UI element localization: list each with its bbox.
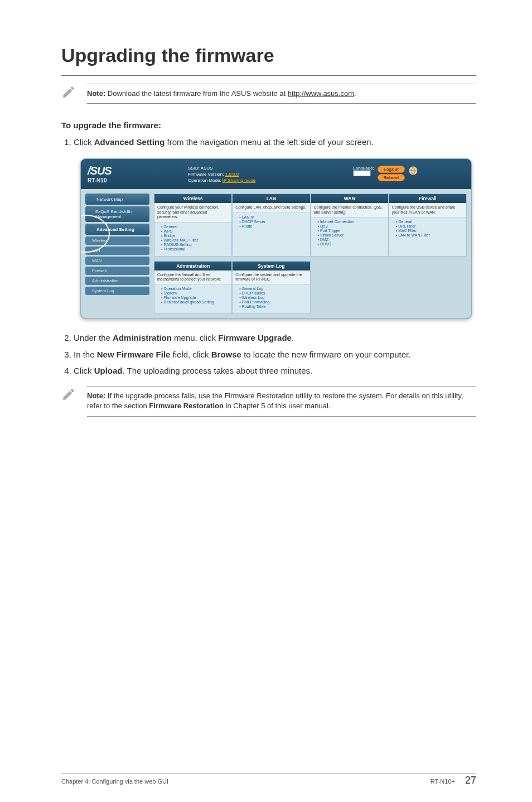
subheading: To upgrade the firmware: xyxy=(61,120,476,130)
link-dhcp-server[interactable]: DHCP Server xyxy=(239,220,307,224)
link-operation-mode[interactable]: Operation Mode xyxy=(161,287,229,291)
link-route[interactable]: Route xyxy=(239,224,307,228)
link-virtual-server[interactable]: Virtual Server xyxy=(318,233,385,237)
reboot-button[interactable]: Reboot xyxy=(378,174,405,181)
steps-list-2: Under the Administration menu, click Fir… xyxy=(61,331,476,377)
link-general[interactable]: General xyxy=(161,225,229,229)
link-fw-mac-filter[interactable]: MAC Filter xyxy=(396,229,463,233)
step-4: Click Upload. The uploading process take… xyxy=(74,364,476,377)
link-bridge[interactable]: Bridge xyxy=(161,234,229,238)
link-restore-save-upload[interactable]: Restore/Save/Upload Setting xyxy=(161,300,229,304)
network-icon xyxy=(89,196,94,202)
pencil-icon xyxy=(61,85,76,99)
sidebar-item-advanced-setting[interactable]: Advanced Setting xyxy=(85,224,149,235)
pencil-icon xyxy=(61,387,76,402)
link-dmz[interactable]: DMZ xyxy=(318,238,385,241)
link-internet-connection[interactable]: Internet Connection xyxy=(318,220,385,224)
step-3: In the New Firmware File field, click Br… xyxy=(74,348,476,361)
link-qos[interactable]: QoS xyxy=(318,224,385,228)
link-firmware-upgrade[interactable]: Firmware Upgrade xyxy=(161,296,229,299)
model-label: RT-N10 xyxy=(88,177,188,183)
card-system-log: System Log Configure the system and upgr… xyxy=(232,261,310,315)
link-fw-general[interactable]: General xyxy=(396,220,463,224)
sidebar-sub-firewall[interactable]: Firewall xyxy=(85,267,149,275)
divider xyxy=(61,75,476,76)
link-mac-filter[interactable]: Wireless MAC Filter xyxy=(161,238,229,242)
sidebar-item-ezqos[interactable]: EzQoS Bandwidth Management xyxy=(85,206,149,222)
qos-icon xyxy=(89,211,93,217)
note-after: . xyxy=(354,89,356,98)
step-1: Click Advanced Setting from the navigati… xyxy=(74,136,476,148)
globe-icon xyxy=(408,166,418,176)
card-administration: Administration Configure the firewall an… xyxy=(154,261,232,315)
page-footer: Chapter 4: Configuring via the web GUI R… xyxy=(61,775,476,786)
note2-label: Note: xyxy=(87,392,105,400)
card-firewall: Firewall Configure the USB device and sh… xyxy=(389,194,467,256)
note-label: Note: xyxy=(87,89,105,98)
note-block-1: Note: Download the latest firmware from … xyxy=(61,84,476,104)
footer-right: RT-N10+ xyxy=(431,778,455,785)
footer-divider xyxy=(61,774,476,774)
sidebar-sub-lan[interactable]: LAN xyxy=(85,247,149,255)
asus-logo: /SUS xyxy=(88,165,188,177)
note2-text2: in Chapter 5 of this user manual. xyxy=(224,402,331,410)
router-header: /SUS RT-N10 SSID: ASUS Firmware Version:… xyxy=(81,159,471,189)
note2-bold: Firmware Restoration xyxy=(149,402,224,410)
link-lan-ip[interactable]: LAN IP xyxy=(239,215,307,219)
page-title: Upgrading the firmware xyxy=(61,45,476,66)
note-text: Download the latest firmware from the AS… xyxy=(105,89,288,98)
card-lan: LAN Configure LAN, dhcp, and route setti… xyxy=(232,194,310,256)
link-port-forwarding[interactable]: Port Forwarding xyxy=(239,300,307,304)
link-general-log[interactable]: General Log xyxy=(239,287,307,291)
card-wireless: Wireless Configure your wireless connect… xyxy=(154,194,232,256)
card-wan: WAN Configure the Internet connection, Q… xyxy=(311,194,389,256)
router-screenshot: /SUS RT-N10 SSID: ASUS Firmware Version:… xyxy=(80,158,476,319)
link-routing-table[interactable]: Routing Table xyxy=(239,305,307,308)
note-block-2: Note: If the upgrade process fails, use … xyxy=(61,386,476,416)
link-lan-wan-filter[interactable]: LAN to WAN Filter xyxy=(396,233,463,237)
step-2: Under the Administration menu, click Fir… xyxy=(74,331,476,344)
opmode-link[interactable]: IP Sharing mode xyxy=(223,178,255,183)
firmware-link[interactable]: 1.0.0.8 xyxy=(225,172,239,177)
link-professional[interactable]: Professional xyxy=(161,247,229,251)
language-select[interactable]: English xyxy=(353,170,371,176)
link-wireless-log[interactable]: Wireless Log xyxy=(239,296,307,299)
sidebar-sub-wireless[interactable]: Wireless xyxy=(85,236,149,245)
link-dhcp-leases[interactable]: DHCP leases xyxy=(239,291,307,295)
footer-left: Chapter 4: Configuring via the web GUI xyxy=(61,778,168,785)
link-wps[interactable]: WPS xyxy=(161,229,229,233)
link-port-trigger[interactable]: Port Trigger xyxy=(318,229,385,233)
sidebar: Network Map EzQoS Bandwidth Management A… xyxy=(85,194,149,314)
logout-button[interactable]: Logout xyxy=(378,166,405,173)
gear-icon xyxy=(89,226,94,232)
note-link[interactable]: http://www.asus.com xyxy=(288,89,354,98)
sidebar-sub-wan[interactable]: WAN xyxy=(85,257,149,265)
link-ddns[interactable]: DDNS xyxy=(318,242,385,246)
link-radius[interactable]: RADIUS Setting xyxy=(161,243,229,247)
sidebar-sub-administration[interactable]: Administration xyxy=(85,277,149,285)
sidebar-sub-system-log[interactable]: System Log xyxy=(85,287,149,295)
link-url-filter[interactable]: URL Filter xyxy=(396,224,463,228)
sidebar-item-network-map[interactable]: Network Map xyxy=(85,194,149,205)
page-number: 27 xyxy=(465,775,476,786)
link-system[interactable]: System xyxy=(161,291,229,295)
steps-list-1: Click Advanced Setting from the navigati… xyxy=(61,136,476,148)
